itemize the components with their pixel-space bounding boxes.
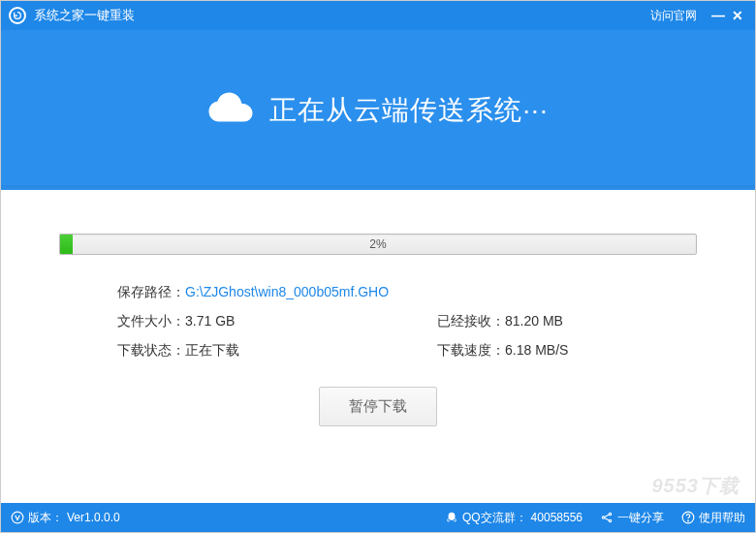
download-info: 保存路径： G:\ZJGhost\win8_000b05mf.GHO 文件大小：…: [59, 284, 697, 360]
download-progress-bar: 2%: [59, 234, 697, 255]
app-logo-icon: [9, 7, 26, 24]
cloud-icon: [207, 91, 254, 130]
hero-banner: 正在从云端传送系统···: [1, 30, 755, 190]
download-speed-label: 下载速度：: [437, 342, 505, 360]
download-status-value: 正在下载: [185, 342, 239, 360]
received-value: 81.20 MB: [505, 313, 563, 330]
close-button[interactable]: ✕: [728, 8, 747, 23]
svg-point-6: [688, 520, 689, 521]
footer-bar: 版本： Ver1.0.0.0 QQ交流群： 40058556 一键分享 使用帮助: [1, 503, 755, 532]
file-size-value: 3.71 GB: [185, 313, 235, 330]
received-label: 已经接收：: [437, 313, 505, 330]
qq-icon: [445, 511, 458, 524]
download-status-label: 下载状态：: [117, 342, 185, 360]
qq-group-link[interactable]: QQ交流群： 40058556: [445, 510, 583, 526]
app-title: 系统之家一键重装: [34, 7, 135, 24]
help-link[interactable]: 使用帮助: [681, 510, 745, 526]
minimize-button[interactable]: —: [709, 8, 728, 23]
share-label: 一键分享: [617, 510, 664, 526]
version-icon: [11, 511, 24, 524]
save-path-value[interactable]: G:\ZJGhost\win8_000b05mf.GHO: [185, 284, 389, 301]
help-label: 使用帮助: [699, 510, 745, 526]
version-info: 版本： Ver1.0.0.0: [11, 510, 120, 526]
qq-label: QQ交流群：: [462, 510, 527, 526]
version-value: Ver1.0.0.0: [67, 511, 120, 524]
progress-percent-text: 2%: [60, 235, 696, 254]
svg-point-1: [448, 513, 455, 520]
share-icon: [600, 511, 614, 524]
file-size-label: 文件大小：: [117, 313, 185, 330]
share-link[interactable]: 一键分享: [600, 510, 664, 526]
svg-point-2: [602, 517, 604, 518]
svg-point-4: [609, 519, 611, 521]
titlebar: 系统之家一键重装 访问官网 — ✕: [1, 1, 755, 30]
hero-status-text: 正在从云端传送系统···: [269, 92, 548, 129]
svg-point-3: [609, 513, 611, 515]
pause-download-button[interactable]: 暂停下载: [319, 387, 437, 426]
svg-point-0: [12, 512, 23, 523]
watermark-text: 9553下载: [652, 473, 740, 499]
save-path-label: 保存路径：: [117, 284, 185, 301]
download-speed-value: 6.18 MB/S: [505, 342, 568, 360]
help-icon: [681, 511, 695, 524]
official-site-link[interactable]: 访问官网: [650, 8, 697, 24]
version-label: 版本：: [28, 510, 63, 526]
qq-value: 40058556: [531, 511, 583, 524]
